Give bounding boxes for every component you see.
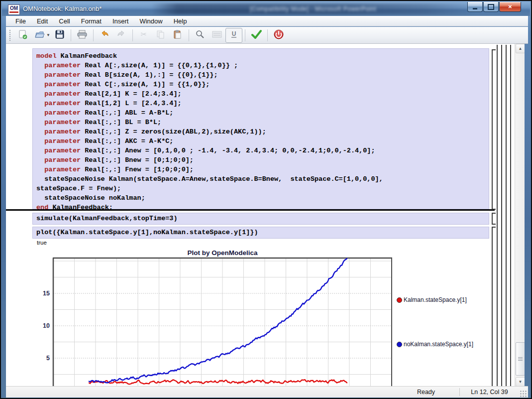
legend-swatch-blue bbox=[397, 342, 402, 347]
cell-bracket-simulate[interactable] bbox=[492, 213, 496, 225]
paste-icon bbox=[173, 29, 183, 41]
group-bracket-line bbox=[510, 45, 511, 386]
toolbar-separator bbox=[267, 29, 268, 41]
vertical-scrollbar[interactable]: ▲ ▼ bbox=[515, 44, 525, 386]
menu-item-insert[interactable]: Insert bbox=[107, 16, 134, 26]
underline-button[interactable]: U bbox=[225, 28, 242, 43]
open-dropdown-icon[interactable]: ▼ bbox=[46, 33, 50, 37]
shutdown-button[interactable] bbox=[270, 28, 287, 43]
copy-button[interactable] bbox=[152, 28, 169, 43]
evaluate-check-icon bbox=[250, 29, 262, 42]
code-line: model KalmanFeedback bbox=[36, 51, 489, 61]
toolbar-separator bbox=[132, 29, 133, 41]
window: [Compatibility Mode] - Microsoft PowerPo… bbox=[0, 0, 532, 399]
cell-bracket-plot-group[interactable] bbox=[492, 227, 496, 386]
code-line: parameter Real[:,:] BL = B*L; bbox=[36, 118, 489, 127]
evaluate-button[interactable] bbox=[248, 28, 265, 43]
resize-grip[interactable] bbox=[519, 390, 527, 398]
svg-text:U: U bbox=[232, 30, 236, 37]
redo-icon bbox=[116, 29, 126, 41]
cut-icon: ✂ bbox=[139, 29, 149, 41]
svg-text:✂: ✂ bbox=[141, 30, 147, 38]
paste-button[interactable] bbox=[169, 28, 186, 43]
code-line: parameter Real[2,1] K = [2.4;3.4]; bbox=[36, 89, 489, 99]
menu-item-file[interactable]: File bbox=[10, 16, 31, 26]
legend-label: Kalman.stateSpace.y[1] bbox=[404, 296, 467, 303]
window-title: OMNotebook: Kalman.onb* bbox=[23, 5, 102, 12]
code-line: stateSpaceNoise Kalman(stateSpace.A=Anew… bbox=[36, 174, 489, 184]
legend-item-nokalman: noKalman.stateSpace.y[1] bbox=[397, 341, 473, 348]
background-window-title: [Compatibility Mode] - Microsoft PowerPo… bbox=[151, 3, 475, 14]
undo-icon bbox=[100, 29, 109, 41]
toolbar-separator bbox=[189, 29, 189, 41]
close-button[interactable]: ✕ bbox=[499, 2, 521, 12]
menu-item-format[interactable]: Format bbox=[76, 16, 107, 26]
toolbar-separator bbox=[93, 29, 94, 41]
code-line: parameter Real[:,:] AKC = A-K*C; bbox=[36, 136, 489, 146]
underline-icon: U bbox=[229, 29, 239, 41]
menu-bar: FileEditCellFormatInsertWindowHelp bbox=[6, 16, 528, 26]
code-line: parameter Real[:,:] ABL = A-B*L; bbox=[36, 108, 489, 118]
legend-label: noKalman.stateSpace.y[1] bbox=[404, 341, 473, 348]
new-button[interactable] bbox=[14, 28, 31, 43]
cut-button[interactable]: ✂ bbox=[135, 28, 152, 43]
scroll-thumb[interactable] bbox=[516, 342, 525, 376]
group-bracket-line bbox=[506, 45, 507, 386]
y-axis-tick-label: 5 bbox=[46, 355, 50, 362]
plot-canvas: 51015 bbox=[31, 250, 489, 386]
image-icon bbox=[212, 29, 222, 41]
code-line: parameter Real[:,:] Fnew = [1;0;0;0]; bbox=[36, 165, 489, 174]
open-folder-icon bbox=[34, 29, 45, 41]
code-line: parameter Real[1,2] L = [2.4,3.4]; bbox=[36, 99, 489, 108]
search-button[interactable] bbox=[192, 28, 209, 43]
notebook-document: model KalmanFeedback parameter Real A[:,… bbox=[6, 44, 525, 386]
title-bar[interactable]: [Compatibility Mode] - Microsoft PowerPo… bbox=[2, 2, 530, 16]
status-bar: Ready Ln 12, Col 39 bbox=[6, 386, 528, 398]
status-cursor-position: Ln 12, Col 39 bbox=[460, 389, 519, 396]
code-line: parameter Real C[:,size(A, 1)] = {{1,0}}… bbox=[36, 80, 489, 89]
cell-bracket-code[interactable] bbox=[492, 49, 496, 210]
output-cell[interactable]: true bbox=[37, 240, 47, 246]
toolbar-drag-handle[interactable] bbox=[9, 29, 11, 41]
toolbar-separator bbox=[71, 29, 71, 41]
print-icon bbox=[77, 29, 88, 41]
plot-command-cell[interactable]: plot({Kalman.stateSpace.y[1],noKalman.st… bbox=[32, 227, 489, 239]
chart-title: Plot by OpenModelica bbox=[53, 249, 392, 257]
save-icon bbox=[55, 29, 65, 41]
menu-item-cell[interactable]: Cell bbox=[53, 16, 75, 26]
group-bracket-line bbox=[501, 45, 502, 386]
code-cell[interactable]: model KalmanFeedback parameter Real A[:,… bbox=[32, 48, 489, 209]
toolbar-separator bbox=[245, 29, 245, 41]
image-button[interactable] bbox=[209, 28, 225, 43]
redo-button[interactable] bbox=[113, 28, 130, 43]
scroll-down-button[interactable]: ▼ bbox=[516, 377, 525, 386]
open-button[interactable] bbox=[31, 28, 48, 43]
legend-item-kalman: Kalman.stateSpace.y[1] bbox=[397, 296, 467, 303]
code-line: end KalmanFeedback; bbox=[36, 203, 489, 212]
cell-insertion-cursor[interactable] bbox=[6, 209, 495, 211]
menu-item-edit[interactable]: Edit bbox=[31, 16, 53, 26]
menu-item-window[interactable]: Window bbox=[134, 16, 168, 26]
code-line: stateSpaceNoise noKalman; bbox=[36, 193, 489, 203]
y-axis-tick-label: 15 bbox=[43, 290, 50, 297]
simulate-cell[interactable]: simulate(KalmanFeedback,stopTime=3) bbox=[32, 213, 489, 225]
code-line: parameter Real[:,:] Z = zeros(size(ABL,2… bbox=[36, 127, 489, 136]
code-line: parameter Real B[size(A, 1),:] = {{0},{1… bbox=[36, 70, 489, 80]
code-line: stateSpace.F = Fnew); bbox=[36, 184, 489, 193]
print-button[interactable] bbox=[74, 28, 91, 43]
menu-item-help[interactable]: Help bbox=[168, 16, 193, 26]
undo-button[interactable] bbox=[96, 28, 113, 43]
toolbar: ▼✂U bbox=[6, 27, 528, 44]
code-line: parameter Real[:,:] Bnew = [0;1;0;0]; bbox=[36, 155, 489, 165]
save-button[interactable] bbox=[51, 28, 68, 43]
code-line: parameter Real[:,:] Anew = [0,1,0,0 ; -1… bbox=[36, 146, 489, 155]
status-ready: Ready bbox=[393, 389, 459, 396]
chart: Plot by OpenModelica 51015 Kalman.stateS… bbox=[31, 250, 489, 386]
scroll-up-button[interactable]: ▲ bbox=[516, 44, 525, 53]
search-icon bbox=[195, 29, 205, 41]
code-line: parameter Real A[:,size(A, 1)] = {{0,1},… bbox=[36, 61, 489, 70]
minimize-button[interactable] bbox=[467, 2, 483, 12]
om-logo-icon: OM bbox=[8, 4, 20, 15]
group-bracket-line bbox=[497, 45, 498, 386]
maximize-button[interactable] bbox=[483, 2, 499, 12]
